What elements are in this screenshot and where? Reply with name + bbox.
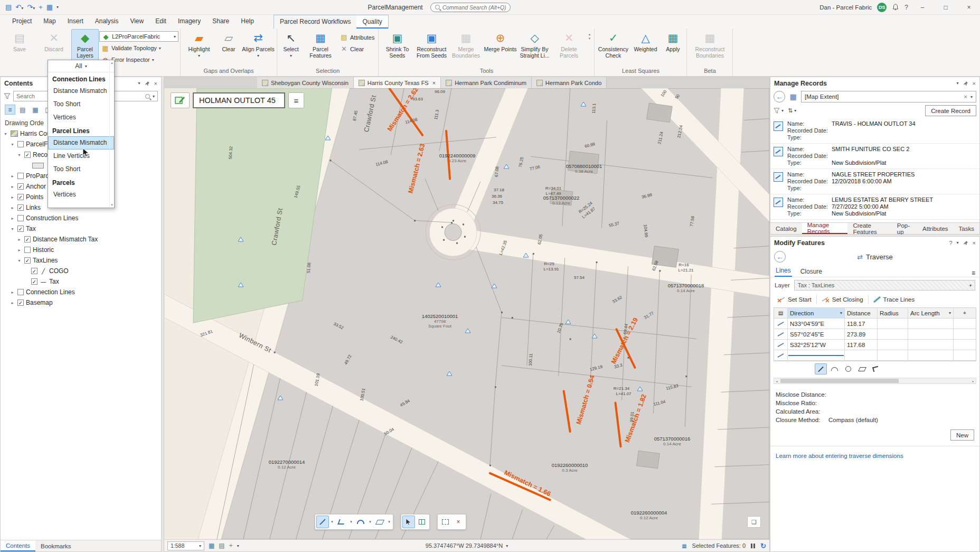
ribbon-tab-share[interactable]: Share bbox=[206, 15, 235, 29]
panel-menu-icon[interactable]: ▾ bbox=[957, 81, 959, 86]
close-panel-icon[interactable]: × bbox=[973, 80, 976, 87]
panel-tab-create-features[interactable]: Create Features bbox=[847, 223, 891, 234]
ribbon-tab-map[interactable]: Map bbox=[37, 15, 61, 29]
maximize-icon[interactable]: □ bbox=[937, 1, 955, 14]
layer-item-historic[interactable]: ▸Historic bbox=[1, 245, 161, 255]
coordinates-readout[interactable]: 95.3747467°W 29.7349884°N▾ bbox=[426, 542, 508, 549]
signed-in-user[interactable]: Dan - Parcel Fabric bbox=[819, 4, 872, 11]
attributes-button[interactable]: ▤Attributes bbox=[338, 32, 376, 42]
records-grid-icon[interactable]: ▦ bbox=[787, 91, 799, 102]
menu-item-connection-lines-distance-mismatch[interactable]: Distance Mismatch bbox=[48, 85, 114, 98]
avatar[interactable]: DS bbox=[877, 3, 887, 12]
pin-icon[interactable] bbox=[963, 240, 968, 246]
shape-tool[interactable] bbox=[373, 516, 386, 528]
traverse-tab-closure[interactable]: Closure bbox=[799, 266, 823, 277]
panel-tab-manage-records[interactable]: Manage Records bbox=[802, 223, 848, 234]
help-icon[interactable]: ? bbox=[904, 4, 908, 11]
arc-length-column-header[interactable]: Arc Length▾ bbox=[908, 308, 954, 318]
back-button[interactable]: ← bbox=[774, 91, 785, 102]
contents-tab-bookmarks[interactable]: Bookmarks bbox=[35, 540, 77, 551]
layer-checkbox[interactable] bbox=[17, 215, 24, 221]
merge-points-button[interactable]: ⊕Merge Points bbox=[483, 29, 517, 66]
layer-checkbox[interactable] bbox=[17, 173, 24, 179]
traverse-new-row[interactable] bbox=[774, 350, 976, 361]
highlight-button[interactable]: ▰Highlight▾ bbox=[182, 29, 216, 66]
menu-item-connection-lines-too-short[interactable]: Too Short bbox=[48, 98, 114, 111]
view-drawing-order-icon[interactable]: ≡ bbox=[5, 105, 15, 115]
merge-boundaries-button[interactable]: ▦Merge Boundaries bbox=[449, 29, 483, 66]
layer-item-construction-lines[interactable]: ▸Construction Lines bbox=[1, 213, 161, 223]
segment-arc-icon[interactable] bbox=[828, 363, 841, 375]
traverse-horizontal-scrollbar[interactable]: ◂▸ bbox=[774, 378, 976, 384]
sort-records-button[interactable]: ⇅▾ bbox=[788, 107, 796, 114]
move-tool[interactable] bbox=[416, 516, 428, 528]
status-options-icon[interactable]: ▾ bbox=[237, 544, 239, 548]
line-tool[interactable] bbox=[316, 516, 329, 528]
reconstruct-from-seeds-button[interactable]: ▣Reconstruct From Seeds bbox=[414, 29, 448, 66]
direction-input-cell[interactable] bbox=[788, 355, 844, 356]
crosshair-icon[interactable]: + bbox=[229, 542, 233, 549]
segment-circle-icon[interactable] bbox=[842, 363, 854, 375]
select-button[interactable]: ↖Select▾ bbox=[279, 29, 303, 66]
record-item[interactable]: Name:NAGLE STREET PROPERTIESRecorded Dat… bbox=[770, 169, 979, 194]
help-icon[interactable]: ? bbox=[949, 240, 952, 246]
extent-filter-select[interactable]: [Map Extent] × ▾ bbox=[801, 91, 976, 102]
panel-tab-attributes[interactable]: Attributes bbox=[917, 223, 954, 234]
layer-checkbox[interactable]: ✓ bbox=[17, 204, 24, 211]
clear-extent-icon[interactable]: × bbox=[964, 93, 967, 100]
pin-icon[interactable] bbox=[963, 81, 968, 86]
layer-checkbox[interactable]: ✓ bbox=[31, 278, 37, 285]
panel-tab-catalog[interactable]: Catalog bbox=[770, 223, 802, 234]
selected-features-count[interactable]: Selected Features: 0 bbox=[692, 542, 746, 549]
record-item[interactable]: Name:SMITH FUNITURE CO SEC 2Recorded Dat… bbox=[770, 144, 979, 169]
consistency-check-button[interactable]: ✓Consistency Check bbox=[596, 29, 630, 66]
close-panel-icon[interactable]: × bbox=[154, 80, 157, 87]
map-tab-hermann-park-condiminum[interactable]: Hermann Park Condiminum bbox=[441, 77, 532, 88]
set-closing-button[interactable]: Set Closing bbox=[818, 294, 867, 305]
weighted-button[interactable]: △Weighted bbox=[630, 29, 660, 66]
map-tab-harris-county-texas-fs[interactable]: Harris County Texas FS× bbox=[354, 77, 441, 88]
map-tab-sheboygan-county-wisconsin[interactable]: Sheboygan County Wisconsin bbox=[257, 77, 354, 88]
ribbon-tab-quality[interactable]: Quality bbox=[356, 15, 388, 29]
direction-column-header[interactable]: Direction▾ bbox=[788, 308, 845, 318]
clear-highlight-button[interactable]: ▱Clear bbox=[216, 29, 241, 66]
panel-tab-tasks[interactable]: Tasks bbox=[954, 223, 979, 234]
layer-item-tax[interactable]: ✓—Tax bbox=[1, 276, 161, 287]
record-item[interactable]: Name:TRAVIS - HOLMAN OUTLOT 34Recorded D… bbox=[770, 118, 979, 144]
close-tab-icon[interactable]: × bbox=[432, 80, 436, 86]
command-search-input[interactable] bbox=[442, 4, 506, 11]
traverse-options-icon[interactable]: ≡ bbox=[972, 269, 975, 277]
add-column-icon[interactable]: + bbox=[954, 308, 976, 318]
layer-checkbox[interactable]: ✓ bbox=[24, 152, 31, 158]
explore-icon[interactable]: + bbox=[39, 3, 43, 11]
overview-page-icon[interactable]: ❏ bbox=[747, 516, 761, 528]
menu-item-parcel-lines-distance-mismatch[interactable]: Distance Mismatch bbox=[48, 136, 114, 149]
close-panel-icon[interactable]: × bbox=[973, 240, 976, 246]
selection-grid-icon[interactable]: ▦ bbox=[209, 542, 214, 549]
layer-checkbox[interactable]: ✓ bbox=[24, 236, 31, 242]
panel-tab-pop-up[interactable]: Pop-up bbox=[892, 223, 917, 234]
traverse-row[interactable]: S32°25'12"W117.68 bbox=[774, 340, 976, 350]
ribbon-tab-help[interactable]: Help bbox=[235, 15, 260, 29]
pause-drawing-icon[interactable] bbox=[751, 544, 755, 548]
layer-item-tax[interactable]: ▾✓Tax bbox=[1, 223, 161, 234]
layer-select[interactable]: Tax : TaxLines▾ bbox=[794, 280, 975, 291]
clear-sketch-tool[interactable]: × bbox=[452, 516, 465, 528]
menu-item-parcels-vertices[interactable]: Vertices bbox=[48, 188, 114, 201]
fabric-select[interactable]: ◆L2ProParcelFabric▾ bbox=[99, 31, 178, 42]
layer-checkbox[interactable] bbox=[17, 289, 24, 295]
command-search[interactable] bbox=[430, 3, 511, 12]
layer-checkbox[interactable]: ✓ bbox=[17, 194, 24, 200]
parcel-features-button[interactable]: ▦Parcel Features bbox=[304, 29, 337, 66]
record-menu-icon[interactable]: ≡ bbox=[288, 92, 304, 108]
close-window-icon[interactable]: × bbox=[960, 1, 978, 14]
layer-item-connection-lines[interactable]: ▸Connection Lines bbox=[1, 287, 161, 297]
menu-item-parcel-lines-too-short[interactable]: Too Short bbox=[48, 163, 114, 176]
ribbon-tab-project[interactable]: Project bbox=[6, 15, 37, 29]
new-traverse-button[interactable]: New bbox=[950, 429, 974, 441]
set-start-button[interactable]: Set Start bbox=[774, 294, 815, 305]
create-record-button[interactable]: Create Record bbox=[925, 105, 976, 116]
menu-item-all[interactable]: All▾ bbox=[48, 60, 114, 72]
menu-scrollbar[interactable]: ▲▼ bbox=[109, 60, 114, 208]
map-tab-hermann-park-condo[interactable]: Hermann Park Condo bbox=[532, 77, 607, 88]
